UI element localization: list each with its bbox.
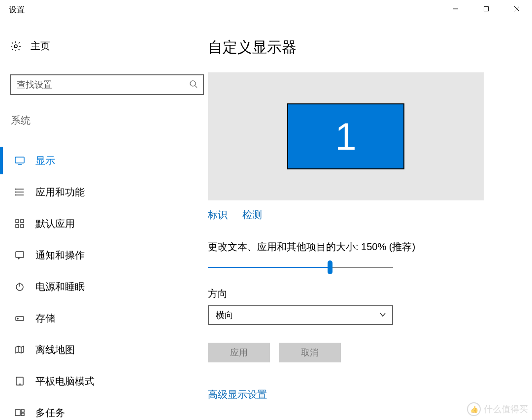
sidebar-item-display[interactable]: 显示 bbox=[10, 145, 208, 176]
svg-rect-1 bbox=[484, 7, 489, 11]
watermark: 👍 什么值得买 bbox=[467, 402, 528, 416]
sidebar-item-tablet[interactable]: 平板电脑模式 bbox=[10, 365, 208, 397]
orientation-value: 横向 bbox=[216, 309, 233, 321]
power-icon bbox=[14, 281, 26, 292]
sidebar-item-label: 显示 bbox=[35, 154, 55, 167]
sidebar-item-label: 存储 bbox=[35, 312, 55, 325]
tablet-icon bbox=[14, 375, 26, 387]
search-icon bbox=[189, 80, 198, 90]
advanced-display-link[interactable]: 高级显示设置 bbox=[208, 389, 267, 400]
page-title: 自定义显示器 bbox=[208, 37, 504, 58]
sidebar-item-label: 电源和睡眠 bbox=[35, 280, 85, 293]
thumbs-up-icon: 👍 bbox=[467, 402, 481, 416]
svg-point-12 bbox=[16, 189, 16, 190]
sidebar-item-default[interactable]: 默认应用 bbox=[10, 208, 208, 239]
chevron-down-icon bbox=[379, 310, 386, 321]
category-header: 系统 bbox=[10, 114, 208, 127]
sidebar-item-apps[interactable]: 应用和功能 bbox=[10, 176, 208, 208]
svg-point-4 bbox=[14, 45, 17, 48]
maximize-button[interactable] bbox=[471, 0, 501, 18]
sidebar-item-multitask[interactable]: 多任务 bbox=[10, 397, 208, 420]
detect-link[interactable]: 检测 bbox=[242, 208, 262, 222]
home-button[interactable]: 主页 bbox=[10, 39, 208, 53]
svg-rect-30 bbox=[21, 413, 24, 416]
sidebar-item-power[interactable]: 电源和睡眠 bbox=[10, 271, 208, 302]
button-row: 应用 取消 bbox=[208, 343, 504, 362]
svg-point-23 bbox=[17, 318, 18, 319]
svg-point-13 bbox=[16, 192, 16, 193]
slider-thumb[interactable] bbox=[328, 260, 332, 274]
window-title: 设置 bbox=[9, 5, 25, 15]
svg-rect-15 bbox=[16, 220, 19, 223]
svg-line-6 bbox=[195, 86, 197, 88]
sidebar-item-label: 多任务 bbox=[35, 406, 65, 420]
close-button[interactable] bbox=[501, 0, 532, 18]
storage-icon bbox=[14, 312, 26, 324]
watermark-text: 什么值得买 bbox=[484, 403, 528, 415]
monitor-number: 1 bbox=[335, 114, 356, 159]
orientation-label: 方向 bbox=[208, 287, 504, 300]
sidebar-item-notif[interactable]: 通知和操作 bbox=[10, 239, 208, 271]
svg-point-14 bbox=[16, 195, 16, 195]
nav-list: 显示应用和功能默认应用通知和操作电源和睡眠存储离线地图平板电脑模式多任务 bbox=[10, 145, 208, 420]
maps-icon bbox=[14, 344, 26, 355]
content-panel: 自定义显示器 1 标识 检测 更改文本、应用和其他项目的大小: 150% (推荐… bbox=[208, 20, 532, 420]
identify-link[interactable]: 标识 bbox=[208, 208, 228, 222]
scale-slider[interactable] bbox=[208, 262, 393, 272]
search-box[interactable] bbox=[10, 74, 204, 95]
svg-point-5 bbox=[190, 81, 196, 86]
apply-button[interactable]: 应用 bbox=[208, 343, 270, 362]
display-icon bbox=[14, 155, 26, 166]
minimize-button[interactable] bbox=[440, 0, 471, 18]
sidebar-item-label: 应用和功能 bbox=[35, 186, 85, 199]
svg-rect-19 bbox=[16, 252, 24, 258]
sidebar-item-label: 离线地图 bbox=[35, 343, 75, 356]
svg-rect-29 bbox=[21, 410, 24, 412]
monitor-actions: 标识 检测 bbox=[208, 208, 504, 222]
notif-icon bbox=[14, 249, 26, 261]
cancel-button[interactable]: 取消 bbox=[279, 343, 341, 362]
search-input[interactable] bbox=[17, 80, 189, 90]
gear-icon bbox=[10, 40, 22, 52]
sidebar-item-maps[interactable]: 离线地图 bbox=[10, 334, 208, 365]
window-controls bbox=[440, 0, 532, 18]
slider-track-filled bbox=[208, 267, 330, 268]
monitor-preview[interactable]: 1 bbox=[208, 72, 484, 200]
slider-track-empty bbox=[330, 267, 393, 268]
svg-rect-7 bbox=[15, 157, 24, 163]
multitask-icon bbox=[14, 407, 26, 419]
svg-rect-28 bbox=[15, 410, 20, 416]
apps-icon bbox=[14, 186, 26, 198]
svg-rect-16 bbox=[21, 220, 24, 223]
sidebar-item-label: 默认应用 bbox=[35, 217, 75, 230]
sidebar-item-label: 平板电脑模式 bbox=[35, 375, 95, 388]
svg-rect-18 bbox=[21, 225, 24, 227]
scale-label: 更改文本、应用和其他项目的大小: 150% (推荐) bbox=[208, 240, 504, 254]
sidebar-item-storage[interactable]: 存储 bbox=[10, 302, 208, 334]
default-icon bbox=[14, 218, 26, 229]
svg-rect-17 bbox=[16, 225, 19, 227]
sidebar-item-label: 通知和操作 bbox=[35, 249, 85, 262]
sidebar: 主页 系统 显示应用和功能默认应用通知和操作电源和睡眠存储离线地图平板电脑模式多… bbox=[0, 20, 208, 420]
orientation-select[interactable]: 横向 bbox=[208, 305, 393, 325]
monitor-tile[interactable]: 1 bbox=[287, 103, 404, 169]
home-label: 主页 bbox=[31, 39, 50, 53]
